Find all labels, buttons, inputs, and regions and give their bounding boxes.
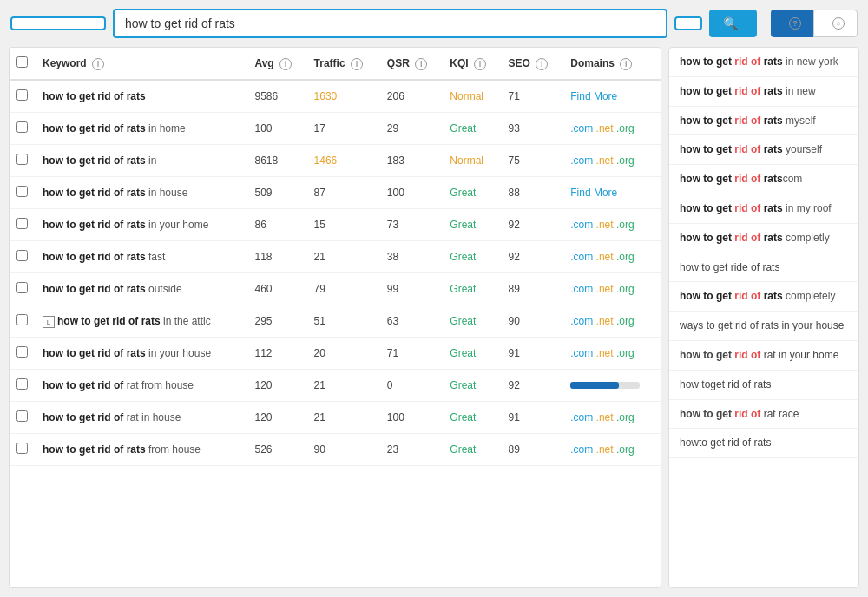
- row-checkbox[interactable]: [16, 186, 28, 197]
- right-sidebar: how to get rid of rats in new yorkhow to…: [668, 47, 859, 588]
- qsr-cell: 100: [380, 177, 444, 209]
- keyword-cell: how to get rid of rats in house: [36, 177, 247, 209]
- domains-info-icon[interactable]: i: [620, 58, 632, 70]
- kqi-cell: Great: [443, 241, 501, 273]
- sidebar-item[interactable]: how to get rid of rats completly: [669, 224, 858, 253]
- traffic-cell: 79: [307, 273, 380, 305]
- keyword-bold: how to get rid of rats: [43, 154, 146, 167]
- select-all-checkbox[interactable]: [16, 56, 28, 68]
- sidebar-highlight: rid of: [734, 85, 760, 97]
- avg-cell: 8618: [247, 145, 306, 177]
- sidebar-item[interactable]: ways to get rid of rats in your house: [669, 312, 858, 341]
- row-checkbox[interactable]: [16, 410, 28, 422]
- traffic-cell: 1630: [307, 80, 380, 113]
- qsr-cell: 99: [380, 273, 444, 305]
- sidebar-item[interactable]: how to get ride of rats: [669, 253, 858, 283]
- seo-cell: 90: [501, 305, 563, 338]
- related-info-icon[interactable]: ?: [789, 17, 801, 30]
- keyword-info-icon[interactable]: i: [92, 58, 104, 70]
- sidebar-rest: myself: [783, 115, 816, 127]
- keyword-bold: how to get rid of rats: [43, 187, 146, 199]
- avg-info-icon[interactable]: i: [279, 58, 292, 70]
- seo-cell: 75: [501, 145, 563, 177]
- seo-cell: 89: [501, 434, 563, 466]
- sidebar-item[interactable]: how toget rid of rats: [669, 371, 858, 400]
- traffic-cell: 21: [307, 370, 380, 402]
- keyword-cell: how to get rid of rat in house: [36, 402, 247, 434]
- row-checkbox[interactable]: [16, 154, 28, 165]
- kqi-cell: Great: [443, 338, 501, 370]
- kqi-cell: Great: [443, 273, 501, 305]
- domain-com: .com: [570, 154, 593, 167]
- keyword-cell: how to get rid of rats from house: [36, 434, 247, 466]
- sidebar-item[interactable]: how to get rid of ratscom: [669, 165, 858, 194]
- search-input[interactable]: [113, 9, 667, 38]
- seo-info-icon[interactable]: i: [536, 58, 548, 70]
- domain-com: .com: [570, 347, 593, 359]
- sidebar-item[interactable]: howto get rid of rats: [669, 429, 858, 458]
- qsr-cell: 100: [380, 402, 444, 434]
- sidebar-item[interactable]: how to get rid of rat in your home: [669, 341, 858, 371]
- domain-net: .net: [593, 315, 613, 327]
- sidebar-bold: how to get rid of rats: [680, 143, 783, 155]
- row-checkbox[interactable]: [16, 121, 28, 133]
- table-row: how to get rid of rats95861630206Normal7…: [10, 80, 661, 113]
- sidebar-highlight: rid of: [734, 232, 760, 244]
- sidebar-item[interactable]: how to get rid of rats in new: [669, 77, 858, 107]
- traffic-cell: 17: [307, 113, 380, 145]
- kqi-cell: Great: [443, 177, 501, 209]
- sidebar-item[interactable]: how to get rid of rats in my roof: [669, 194, 858, 224]
- domain-org: .org: [614, 315, 635, 327]
- row-checkbox[interactable]: [16, 378, 28, 390]
- phrase-dropdown[interactable]: [10, 16, 106, 30]
- sidebar-item[interactable]: how to get rid of rats in new york: [669, 48, 858, 77]
- sidebar-rest: in new: [783, 85, 816, 97]
- domains-find-more-link[interactable]: Find More: [570, 187, 617, 199]
- keyword-cell: how to get rid of rat from house: [36, 370, 247, 402]
- avg-cell: 100: [247, 113, 306, 145]
- col-qsr: QSR i: [380, 48, 444, 80]
- seo-cell: 71: [501, 80, 563, 113]
- sidebar-item[interactable]: how to get rid of rats yourself: [669, 135, 858, 165]
- top-bar: 🔍 ? ○: [0, 0, 868, 47]
- keyword-bold: how to get rid of rats: [57, 315, 161, 327]
- qsr-cell: 73: [380, 209, 444, 241]
- history-button[interactable]: [674, 16, 702, 30]
- kqi-info-icon[interactable]: i: [474, 58, 486, 70]
- sidebar-bold: how to get rid of rats: [680, 173, 783, 185]
- row-checkbox[interactable]: [16, 443, 28, 454]
- domains-cell: .com .net .org: [563, 241, 661, 273]
- domains-find-more-link[interactable]: Find More: [570, 90, 617, 102]
- domain-org: .org: [614, 251, 635, 263]
- sidebar-item[interactable]: how to get rid of rats completely: [669, 282, 858, 312]
- traffic-cell: 15: [307, 209, 380, 241]
- row-checkbox[interactable]: [16, 250, 28, 261]
- find-keywords-button[interactable]: 🔍: [709, 10, 757, 37]
- traffic-info-icon[interactable]: i: [351, 58, 363, 70]
- domains-cell: .com .net .org: [563, 145, 661, 177]
- table-row: how to get rid of rats in your home86157…: [10, 209, 661, 241]
- domain-com: .com: [570, 122, 593, 134]
- avg-cell: 509: [247, 177, 306, 209]
- qsr-info-icon[interactable]: i: [415, 58, 427, 70]
- row-checkbox[interactable]: [16, 346, 28, 358]
- traffic-cell: 90: [307, 434, 380, 466]
- table-row: how to get rid of rats in your house1122…: [10, 338, 661, 370]
- qsr-cell: 183: [380, 145, 444, 177]
- row-checkbox[interactable]: [16, 282, 28, 293]
- avg-cell: 86: [247, 209, 306, 241]
- domain-net: .net: [593, 219, 613, 231]
- copy-icon[interactable]: L: [43, 316, 55, 328]
- brainstorm-button[interactable]: ○: [813, 10, 858, 37]
- row-checkbox[interactable]: [16, 218, 28, 229]
- qsr-cell: 71: [380, 338, 444, 370]
- sidebar-item[interactable]: how to get rid of rat race: [669, 400, 858, 430]
- row-checkbox[interactable]: [16, 89, 28, 101]
- brainstorm-info-icon[interactable]: ○: [832, 17, 845, 30]
- kqi-cell: Great: [443, 305, 501, 338]
- row-checkbox[interactable]: [16, 314, 28, 325]
- sidebar-list: how to get rid of rats in new yorkhow to…: [669, 48, 858, 458]
- domain-org: .org: [614, 283, 635, 295]
- related-button[interactable]: ?: [771, 10, 813, 37]
- sidebar-item[interactable]: how to get rid of rats myself: [669, 107, 858, 136]
